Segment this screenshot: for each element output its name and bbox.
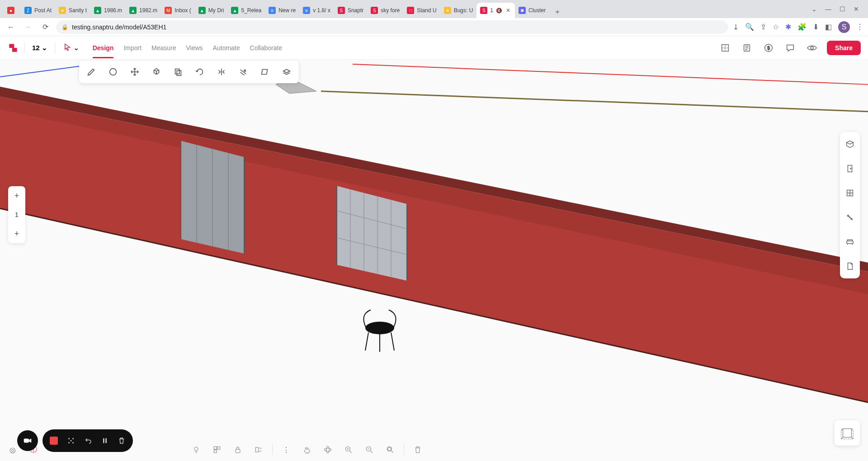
- furniture-icon[interactable]: [842, 234, 858, 249]
- tabs-dropdown-icon[interactable]: ⌄: [811, 5, 817, 13]
- zoom-fit-icon[interactable]: [383, 442, 397, 457]
- browser-tab[interactable]: ✱Cluster: [515, 3, 549, 18]
- light-icon[interactable]: [189, 442, 203, 457]
- browser-tab[interactable]: ●: [4, 3, 21, 18]
- browser-tab[interactable]: ▲5_Relea: [227, 3, 265, 18]
- favicon: S: [338, 7, 345, 14]
- recorder-restart-button[interactable]: [84, 437, 92, 445]
- right-library-panel: [840, 132, 860, 278]
- add-floor-above-button[interactable]: +: [8, 186, 25, 205]
- install-app-icon[interactable]: ⤓: [733, 23, 739, 31]
- mode-tab-views[interactable]: Views: [186, 38, 203, 58]
- mode-tab-import[interactable]: Import: [123, 38, 142, 58]
- recorder-delete-button[interactable]: [118, 437, 126, 445]
- pan-icon[interactable]: [300, 442, 314, 457]
- comments-panel-button[interactable]: [783, 41, 797, 55]
- favicon: M: [165, 7, 172, 14]
- recorder-pause-button[interactable]: [101, 437, 108, 444]
- mode-tab-design[interactable]: Design: [93, 38, 114, 58]
- recorder-camera-button[interactable]: [17, 430, 38, 451]
- more-icon[interactable]: ⋮: [279, 442, 293, 457]
- pushpull-icon[interactable]: [149, 64, 164, 80]
- tab-label: My Dri: [208, 7, 224, 14]
- cursor-tool-selector[interactable]: ⌄: [61, 43, 82, 53]
- browser-tab[interactable]: ZPost At: [21, 3, 55, 18]
- recorder-draw-button[interactable]: [67, 437, 75, 445]
- schedule-panel-button[interactable]: [740, 41, 754, 55]
- profile-avatar[interactable]: S: [838, 21, 850, 33]
- browser-tab[interactable]: Ssky fore: [367, 3, 403, 18]
- zoom-out-icon[interactable]: [362, 442, 377, 457]
- zoom-icon[interactable]: 🔍: [745, 23, 754, 31]
- app-logo[interactable]: [7, 42, 19, 54]
- group-icon[interactable]: [210, 442, 224, 457]
- current-floor-label[interactable]: 1: [8, 205, 25, 224]
- mode-tab-collaborate[interactable]: Collaborate: [250, 38, 283, 58]
- add-floor-below-button[interactable]: +: [8, 224, 25, 243]
- lock-icon[interactable]: [231, 442, 245, 457]
- design-toolbar: [79, 61, 299, 83]
- door-icon[interactable]: [842, 161, 858, 176]
- orbit-icon[interactable]: [321, 442, 335, 457]
- window-icon[interactable]: [842, 185, 858, 201]
- mode-tab-measure[interactable]: Measure: [151, 38, 176, 58]
- sidepanel-icon[interactable]: ◧: [825, 23, 832, 31]
- bookmark-icon[interactable]: ☆: [773, 23, 779, 31]
- browser-tab[interactable]: ✶Sanity t: [55, 3, 90, 18]
- face-icon[interactable]: [257, 64, 273, 80]
- tab-close-button[interactable]: ✕: [505, 7, 511, 14]
- share-button[interactable]: Share: [827, 41, 861, 55]
- recorder-stop-button[interactable]: [50, 437, 58, 445]
- pencil-icon[interactable]: [84, 64, 99, 80]
- downloads-icon[interactable]: ⬇: [813, 23, 819, 31]
- materials-icon[interactable]: [842, 136, 858, 152]
- browser-tab[interactable]: ≡New re: [265, 3, 299, 18]
- extension-1-icon[interactable]: ✱: [785, 23, 791, 31]
- browser-tab[interactable]: S1🔇✕: [476, 3, 515, 18]
- svg-rect-54: [236, 449, 240, 453]
- favicon: Z: [24, 7, 32, 14]
- browser-tab[interactable]: MInbox (: [161, 3, 195, 18]
- browser-tab[interactable]: ≡v 1.8/ x: [299, 3, 334, 18]
- back-button[interactable]: ←: [5, 21, 17, 33]
- circle-icon[interactable]: [105, 64, 121, 80]
- mirror-icon[interactable]: [214, 64, 229, 80]
- extensions-icon[interactable]: 🧩: [797, 23, 807, 31]
- tab-mute-icon[interactable]: 🔇: [496, 8, 502, 14]
- move-icon[interactable]: [127, 64, 142, 80]
- offset-icon[interactable]: [236, 64, 251, 80]
- tab-label: Inbox (: [175, 7, 191, 14]
- reload-button[interactable]: ⟳: [39, 21, 52, 33]
- window-close-button[interactable]: ✕: [854, 5, 859, 13]
- copy-icon[interactable]: [170, 64, 186, 80]
- forward-button[interactable]: →: [22, 21, 34, 33]
- browser-tab[interactable]: ▲My Dri: [195, 3, 228, 18]
- view-cube[interactable]: [835, 420, 860, 446]
- level-selector[interactable]: 12 ⌄: [30, 44, 49, 52]
- window-maximize-button[interactable]: ☐: [840, 5, 845, 13]
- unlink-icon[interactable]: [251, 442, 266, 457]
- chrome-menu-icon[interactable]: ⋮: [856, 23, 863, 31]
- window-minimize-button[interactable]: —: [825, 5, 831, 13]
- address-bar[interactable]: 🔒 testing.snaptru.de/model/A53EH1: [56, 20, 728, 34]
- svg-rect-52: [217, 447, 220, 449]
- dimension-icon[interactable]: [842, 210, 858, 225]
- tab-label: Sanity t: [69, 7, 87, 14]
- browser-tab[interactable]: SSnaptr: [334, 3, 367, 18]
- share-page-icon[interactable]: ⇪: [760, 23, 766, 31]
- trash-icon[interactable]: [410, 442, 425, 457]
- rotate-icon[interactable]: [192, 64, 208, 80]
- browser-tab[interactable]: □Stand U: [403, 3, 440, 18]
- mode-tab-automate[interactable]: Automate: [213, 38, 240, 58]
- browser-tab[interactable]: ▲1982.m: [126, 3, 161, 18]
- browser-tab[interactable]: ✶Bugs: U: [440, 3, 477, 18]
- cost-panel-button[interactable]: $: [762, 41, 775, 55]
- sheet-icon[interactable]: [842, 259, 858, 274]
- zoom-in-icon[interactable]: [341, 442, 356, 457]
- layers-panel-button[interactable]: [718, 41, 732, 55]
- extrude-icon[interactable]: [279, 64, 294, 80]
- browser-tab[interactable]: ▲1986.m: [90, 3, 126, 18]
- visibility-button[interactable]: [805, 41, 819, 55]
- new-tab-button[interactable]: ＋: [551, 5, 564, 18]
- viewport-canvas[interactable]: + 1 + ◎ ⓘ: [0, 60, 868, 461]
